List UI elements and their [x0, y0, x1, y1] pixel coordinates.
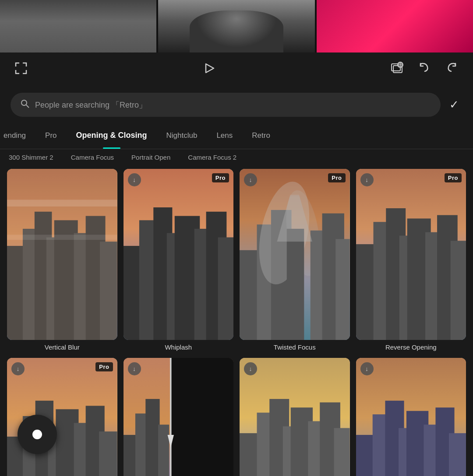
- svg-rect-74: [334, 428, 350, 476]
- tab-pro[interactable]: Pro: [35, 128, 66, 144]
- search-container: People are searching 「Retro」 ✓: [0, 84, 473, 124]
- effect-back[interactable]: ↓ Pro Back: [7, 358, 117, 476]
- thumb-reverse-opening: ↓ Pro: [356, 169, 466, 340]
- effect-vertical-blur[interactable]: Vertical Blur: [7, 169, 117, 351]
- thumb-back: ↓ Pro: [7, 358, 117, 476]
- tab-nightclub[interactable]: Nightclub: [157, 128, 207, 144]
- download-badge-vertical-open: ↓: [360, 362, 374, 375]
- scrolled-label-3: Camera Focus 2: [179, 152, 245, 163]
- search-icon: [20, 99, 30, 111]
- confirm-button[interactable]: ✓: [446, 98, 462, 112]
- pro-badge-reverse-opening: Pro: [445, 173, 462, 182]
- back-button[interactable]: [18, 415, 57, 454]
- search-placeholder: People are searching 「Retro」: [35, 100, 147, 110]
- svg-rect-48: [450, 241, 466, 340]
- thumb-vertical-close: ↓: [124, 358, 234, 476]
- svg-rect-83: [448, 433, 466, 476]
- toolbar: [0, 52, 473, 84]
- label-whiplash: Whiplash: [165, 343, 192, 351]
- label-reverse-opening: Reverse Opening: [385, 343, 437, 351]
- download-badge-whiplash: ↓: [128, 173, 141, 186]
- svg-rect-57: [99, 431, 117, 476]
- pro-badge-twisted-focus: Pro: [328, 173, 345, 182]
- tab-lens[interactable]: Lens: [207, 128, 242, 144]
- layers-icon[interactable]: [389, 60, 405, 76]
- expand-icon[interactable]: [14, 61, 28, 75]
- preview-area: [0, 0, 473, 52]
- svg-point-7: [21, 100, 27, 105]
- thumb-whiplash: ↓ Pro: [124, 169, 234, 340]
- pro-badge-whiplash: Pro: [212, 173, 229, 182]
- download-badge-twisted-focus: ↓: [244, 173, 257, 186]
- effect-twisted-focus[interactable]: ↓ Pro Twisted Focus: [240, 169, 350, 351]
- redo-icon[interactable]: [444, 61, 459, 76]
- svg-rect-63: [170, 358, 233, 476]
- label-vertical-blur: Vertical Blur: [45, 343, 80, 351]
- label-twisted-focus: Twisted Focus: [274, 343, 316, 351]
- effect-whiplash[interactable]: ↓ Pro Whiplash: [124, 169, 234, 351]
- pro-badge-back: Pro: [95, 362, 113, 371]
- effects-grid: Vertical Blur: [0, 165, 473, 476]
- tab-trending[interactable]: ending: [0, 128, 35, 144]
- svg-rect-36: [287, 229, 304, 340]
- effect-reverse-opening[interactable]: ↓ Pro Reverse Opening: [356, 169, 466, 351]
- effect-vertical-open[interactable]: ↓ Vertical Open: [356, 358, 466, 476]
- download-badge-reverse-opening: ↓: [360, 173, 374, 186]
- thumb-vertical-open: ↓: [356, 358, 466, 476]
- svg-rect-23: [139, 220, 155, 340]
- effect-vertical-close[interactable]: ↓ Vertical Close: [124, 358, 234, 476]
- tab-opening-closing[interactable]: Opening & Closing: [67, 127, 157, 144]
- svg-rect-62: [158, 425, 169, 476]
- scrolled-label-1: Camera Focus: [62, 152, 123, 163]
- svg-rect-29: [218, 237, 233, 340]
- download-badge-vertical-close: ↓: [128, 362, 141, 375]
- effect-to-color[interactable]: ↓ To Color: [240, 358, 350, 476]
- back-dot: [32, 430, 42, 439]
- tab-retro[interactable]: Retro: [242, 128, 280, 144]
- svg-rect-18: [7, 169, 117, 340]
- scrolled-label-2: Portrait Open: [123, 152, 179, 163]
- play-button[interactable]: [200, 60, 217, 77]
- scrolled-label-0: 300 Shimmer 2: [0, 152, 62, 163]
- search-bar[interactable]: People are searching 「Retro」: [11, 93, 441, 117]
- svg-marker-0: [206, 64, 214, 73]
- category-tabs: ending Pro Opening & Closing Nightclub L…: [0, 124, 473, 149]
- svg-rect-60: [135, 413, 147, 476]
- undo-icon[interactable]: [417, 61, 432, 76]
- thumb-twisted-focus: ↓ Pro: [240, 169, 350, 340]
- svg-rect-39: [335, 239, 349, 340]
- svg-rect-61: [145, 399, 159, 476]
- thumb-vertical-blur: [7, 169, 117, 340]
- scrolled-labels: 300 Shimmer 2 Camera Focus Portrait Open…: [0, 149, 473, 165]
- thumb-to-color: ↓: [240, 358, 350, 476]
- svg-line-8: [26, 105, 29, 108]
